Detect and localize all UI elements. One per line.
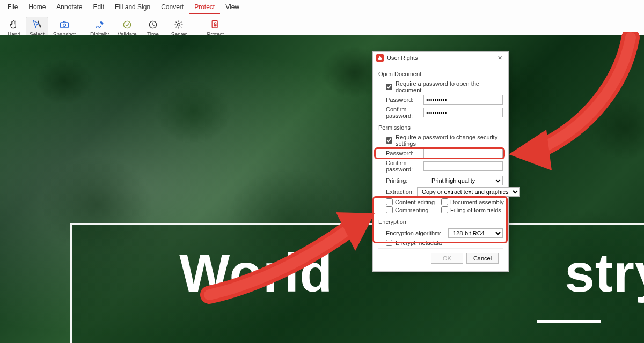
ok-button[interactable]: OK <box>431 253 463 264</box>
encryption-algorithm-label: Encryption algorithm: <box>386 230 445 236</box>
commenting-label: Commenting <box>395 207 428 213</box>
menu-edit[interactable]: Edit <box>87 1 109 14</box>
menu-fill-sign[interactable]: Fill and Sign <box>109 1 156 14</box>
require-open-password-checkbox[interactable] <box>386 84 392 90</box>
menubar: File Home Annotate Edit Fill and Sign Co… <box>0 0 644 14</box>
open-document-heading: Open Document <box>378 71 503 77</box>
filling-form-fields-checkbox[interactable] <box>441 206 448 213</box>
cancel-button[interactable]: Cancel <box>466 253 499 264</box>
extraction-select[interactable]: Copy or extract text and graphics <box>417 187 520 197</box>
cursor-icon <box>31 19 43 31</box>
perm-password-input[interactable] <box>423 148 503 158</box>
lock-doc-icon <box>209 19 221 31</box>
printing-label: Printing: <box>386 177 423 184</box>
menu-protect[interactable]: Protect <box>189 1 220 14</box>
extraction-label: Extraction: <box>386 189 414 195</box>
encryption-algorithm-select[interactable]: 128-bit RC4 <box>448 228 503 238</box>
require-perm-password-checkbox[interactable] <box>386 137 392 144</box>
permissions-heading: Permissions <box>378 124 503 131</box>
menu-view[interactable]: View <box>220 1 245 14</box>
encryption-heading: Encryption <box>378 219 503 225</box>
menu-file[interactable]: File <box>2 1 23 14</box>
require-perm-password-label: Require a password to change security se… <box>396 134 503 147</box>
svg-point-2 <box>123 21 130 28</box>
hand-icon <box>8 19 20 31</box>
require-open-password-label: Require a password to open the document <box>396 80 503 93</box>
pen-sign-icon <box>94 19 106 31</box>
encrypt-metadata-checkbox[interactable] <box>386 240 392 246</box>
document-panel: World stry D <box>70 223 644 343</box>
svg-rect-0 <box>60 23 68 28</box>
filling-form-fields-label: Filling of form fields <box>450 207 501 213</box>
dialog-titlebar[interactable]: User Rights ✕ <box>373 52 508 64</box>
svg-point-4 <box>178 24 180 26</box>
gear-icon <box>173 19 185 31</box>
camera-icon <box>58 19 70 31</box>
menu-annotate[interactable]: Annotate <box>51 1 87 14</box>
menu-home[interactable]: Home <box>23 1 51 14</box>
password-label: Password: <box>386 96 420 103</box>
svg-rect-5 <box>212 21 217 28</box>
svg-rect-6 <box>214 24 217 26</box>
title-underline <box>537 320 601 323</box>
perm-confirm-label: Confirm password: <box>386 160 420 173</box>
svg-point-1 <box>63 24 65 26</box>
close-button[interactable]: ✕ <box>494 55 505 62</box>
content-editing-checkbox[interactable] <box>386 198 393 205</box>
app-icon <box>376 54 384 62</box>
document-assembly-checkbox[interactable] <box>441 198 448 205</box>
document-area[interactable]: World stry D <box>0 35 644 343</box>
validate-icon <box>121 19 133 31</box>
perm-confirm-password-input[interactable] <box>423 161 503 171</box>
menu-convert[interactable]: Convert <box>156 1 189 14</box>
perm-password-label: Password: <box>386 150 420 156</box>
open-password-input[interactable] <box>423 95 503 105</box>
encrypt-metadata-label: Encrypt metadata <box>396 240 442 246</box>
content-editing-label: Content editing <box>395 199 435 205</box>
confirm-password-label: Confirm password: <box>386 106 420 119</box>
printing-select[interactable]: Print high quality <box>427 176 503 185</box>
commenting-checkbox[interactable] <box>386 206 393 213</box>
open-confirm-password-input[interactable] <box>423 108 503 117</box>
clock-icon <box>147 19 159 31</box>
document-assembly-label: Document assembly <box>450 199 504 205</box>
user-rights-dialog: User Rights ✕ Open Document Require a pa… <box>372 51 509 272</box>
dialog-title: User Rights <box>387 55 491 61</box>
